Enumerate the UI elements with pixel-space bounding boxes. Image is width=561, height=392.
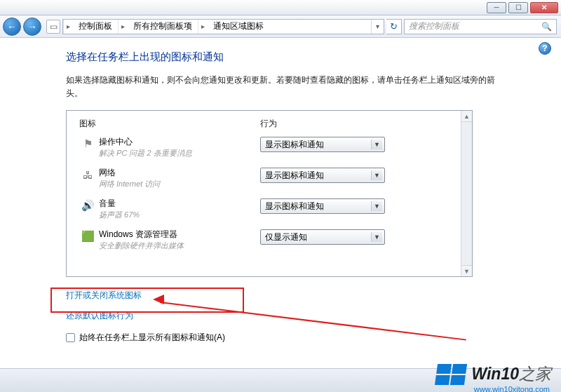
chevron-down-icon: ▼ [371,170,382,180]
address-dropdown-icon[interactable]: ▾ [371,20,384,34]
maximize-button[interactable]: ☐ [508,2,528,13]
icon-row: ⚑ 操作中心 解决 PC 问题 2 条重要消息 显示图标和通知 ▼ [79,137,459,158]
row-title: 网络 [99,168,260,179]
row-subtitle: 扬声器 67% [99,210,260,219]
row-title: 音量 [99,198,260,210]
watermark: Win10之家 [436,363,551,385]
content-area: ? 选择在任务栏上出现的图标和通知 如果选择隐藏图标和通知，则不会向您通知更改和… [0,38,561,392]
row-subtitle: 安全删除硬件并弹出媒体 [99,241,260,250]
windows-logo-icon [435,364,467,385]
refresh-button[interactable]: ↻ [386,19,402,34]
scroll-up-icon[interactable]: ▲ [461,111,472,122]
address-app-icon[interactable]: ▭ [46,20,60,34]
window-titlebar: ─ ☐ ✕ [0,0,561,15]
nav-bar: ← → ▭ ▸ 控制面板 ▸ 所有控制面板项 ▸ 通知区域图标 ▾ ↻ 搜索控制… [0,15,561,38]
col-header-icon: 图标 [79,118,260,130]
behavior-select[interactable]: 显示图标和通知 ▼ [260,168,385,183]
breadcrumb-item[interactable]: 通知区域图标 [208,20,269,34]
breadcrumb-item[interactable]: 所有控制面板项 [128,20,198,34]
close-button[interactable]: ✕ [530,2,558,13]
chevron-down-icon: ▼ [371,140,382,149]
flag-icon: ⚑ [79,137,96,151]
icons-panel: ▲ ▼ 图标 行为 ⚑ 操作中心 解决 PC 问题 2 条重要消息 显示图标和通… [66,110,473,277]
page-description: 如果选择隐藏图标和通知，则不会向您通知更改和更新。若要随时查看隐藏的图标，请单击… [66,74,501,100]
search-placeholder: 搜索控制面板 [409,20,459,32]
select-value: 显示图标和通知 [265,201,324,212]
chevron-down-icon: ▼ [371,232,382,242]
back-button[interactable]: ← [3,18,21,36]
column-headers: 图标 行为 [79,118,459,130]
behavior-select[interactable]: 仅显示通知 ▼ [260,229,385,245]
minimize-button[interactable]: ─ [487,2,506,13]
row-subtitle: 解决 PC 问题 2 条重要消息 [99,148,260,158]
icon-row: 🟩 Windows 资源管理器 安全删除硬件并弹出媒体 仅显示通知 ▼ [79,229,459,250]
watermark-text: Win10之家 [471,363,551,385]
icon-row: 🖧 网络 网络 Internet 访问 显示图标和通知 ▼ [79,168,459,189]
watermark-url: www.win10xitong.com [474,385,550,392]
arrow-right-icon: → [27,21,37,32]
behavior-select[interactable]: 显示图标和通知 ▼ [260,137,385,152]
behavior-select[interactable]: 显示图标和通知 ▼ [260,198,385,214]
search-icon: 🔍 [541,22,552,32]
select-value: 显示图标和通知 [265,139,324,151]
scroll-down-icon[interactable]: ▼ [461,265,472,276]
chevron-right-icon: ▸ [118,20,128,34]
refresh-icon: ↻ [390,21,398,32]
checkbox[interactable] [66,333,75,342]
address-bar[interactable]: ▸ 控制面板 ▸ 所有控制面板项 ▸ 通知区域图标 ▾ [62,19,384,34]
checkbox-label: 始终在任务栏上显示所有图标和通知(A) [79,332,225,344]
row-title: Windows 资源管理器 [99,229,260,241]
chevron-down-icon: ▼ [371,201,382,211]
chevron-right-icon: ▸ [63,20,73,34]
network-icon: 🖧 [79,168,96,182]
explorer-icon: 🟩 [79,229,96,243]
forward-button[interactable]: → [23,18,41,36]
always-show-row[interactable]: 始终在任务栏上显示所有图标和通知(A) [66,332,541,344]
breadcrumb-item[interactable]: 控制面板 [73,20,118,34]
select-value: 显示图标和通知 [265,170,324,182]
search-input[interactable]: 搜索控制面板 🔍 [404,19,557,34]
help-icon[interactable]: ? [539,42,551,55]
arrow-left-icon: ← [7,21,17,32]
page-title: 选择在任务栏上出现的图标和通知 [66,50,541,64]
scrollbar[interactable]: ▲ ▼ [461,111,472,276]
select-value: 仅显示通知 [265,231,307,243]
row-title: 操作中心 [99,137,260,148]
row-subtitle: 网络 Internet 访问 [99,179,260,189]
icon-row: 🔊 音量 扬声器 67% 显示图标和通知 ▼ [79,198,459,219]
toggle-system-icons-link[interactable]: 打开或关闭系统图标 [66,290,541,302]
restore-defaults-link[interactable]: 还原默认图标行为 [66,310,541,322]
col-header-action: 行为 [260,118,277,130]
chevron-right-icon: ▸ [198,20,208,34]
volume-icon: 🔊 [79,198,96,212]
